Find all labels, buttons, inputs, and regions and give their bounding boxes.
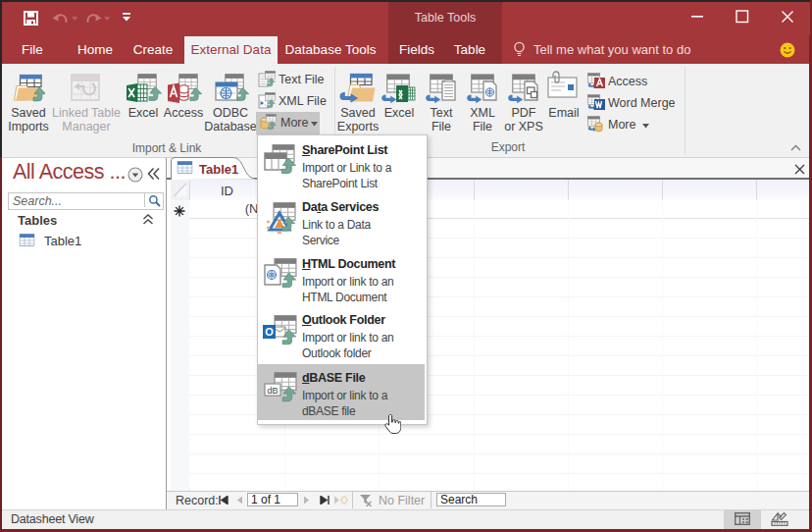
svg-text:O: O [265, 326, 274, 338]
svg-text:dB: dB [267, 386, 278, 396]
